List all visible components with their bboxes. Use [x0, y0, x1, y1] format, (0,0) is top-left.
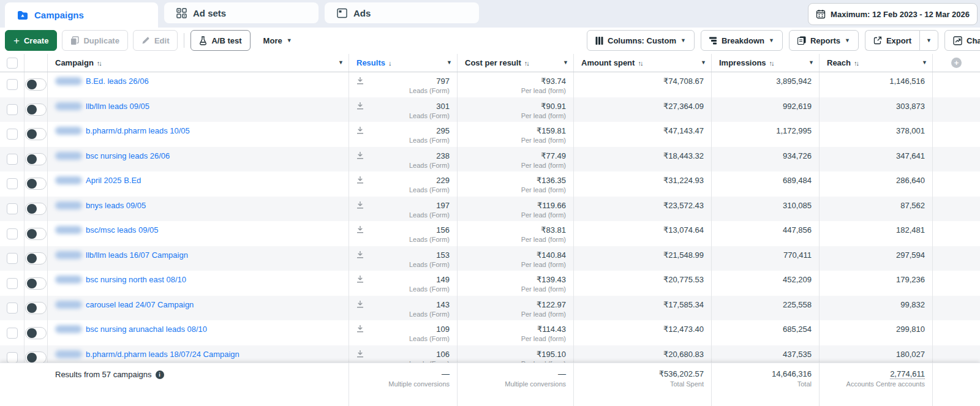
campaign-link[interactable]: B.Ed. leads 26/06 — [86, 77, 149, 86]
campaign-link[interactable]: bsc nursing north east 08/10 — [86, 275, 186, 284]
reach-cell: 297,594 — [820, 246, 933, 271]
select-all-checkbox[interactable] — [7, 58, 18, 69]
row-toggle-cell — [24, 320, 48, 345]
download-icon[interactable] — [356, 126, 364, 134]
row-checkbox[interactable] — [7, 129, 18, 140]
header-reach[interactable]: Reach ↑↓ ▼ — [820, 54, 933, 72]
chevron-down-icon: ▼ — [845, 38, 850, 43]
tab-ads[interactable]: Ads — [325, 2, 479, 23]
header-campaign[interactable]: Campaign ↑↓ ▼ — [48, 54, 349, 72]
download-icon[interactable] — [356, 250, 364, 258]
download-icon[interactable] — [356, 77, 364, 85]
campaign-toggle[interactable] — [25, 228, 47, 240]
download-icon[interactable] — [356, 275, 364, 283]
row-toggle-cell — [24, 271, 48, 296]
date-range-picker[interactable]: Maximum: 12 Feb 2023 - 12 Mar 2026 — [808, 3, 978, 25]
chevron-down-icon[interactable]: ▼ — [922, 60, 927, 66]
add-column-header: + — [933, 54, 980, 72]
row-checkbox[interactable] — [7, 278, 18, 289]
totals-extra-cell — [933, 363, 980, 406]
extra-cell — [933, 122, 980, 147]
download-icon[interactable] — [356, 325, 364, 333]
campaign-link[interactable]: bnys leads 09/05 — [86, 201, 146, 210]
campaign-toggle[interactable] — [25, 327, 47, 339]
campaign-link[interactable]: b.pharm/d.pharm leads 18/07/24 Campaign — [86, 350, 239, 359]
ab-test-button[interactable]: A/B test — [190, 30, 250, 51]
reports-icon — [797, 36, 806, 45]
campaign-link[interactable]: bsc/msc leads 09/05 — [86, 225, 159, 235]
impressions-value: 992,619 — [719, 101, 812, 111]
chevron-down-icon[interactable]: ▼ — [701, 60, 706, 66]
tab-ad-sets[interactable]: Ad sets — [164, 2, 318, 23]
reach-cell: 1,146,516 — [820, 72, 933, 97]
row-checkbox[interactable] — [7, 79, 18, 90]
duplicate-button[interactable]: Duplicate — [62, 30, 128, 51]
row-checkbox[interactable] — [7, 228, 18, 239]
row-checkbox[interactable] — [7, 303, 18, 314]
chevron-down-icon[interactable]: ▼ — [563, 60, 568, 66]
edit-button[interactable]: Edit — [133, 30, 178, 51]
tab-campaigns[interactable]: Campaigns — [5, 2, 158, 28]
info-icon[interactable]: i — [156, 370, 164, 379]
row-toggle-cell — [24, 72, 48, 97]
charts-button[interactable]: Charts — [944, 30, 980, 51]
campaign-toggle[interactable] — [25, 203, 47, 215]
download-icon[interactable] — [356, 201, 364, 209]
campaign-toggle[interactable] — [25, 252, 47, 265]
download-icon[interactable] — [356, 102, 364, 110]
download-icon[interactable] — [356, 300, 364, 308]
chevron-down-icon[interactable]: ▼ — [809, 60, 814, 66]
reports-button[interactable]: Reports ▼ — [789, 30, 859, 51]
campaign-link[interactable]: b.pharm/d.pharm leads 10/05 — [86, 126, 190, 135]
impressions-cell: 452,209 — [712, 271, 820, 296]
export-options-caret[interactable]: ▼ — [919, 30, 938, 51]
breakdown-button[interactable]: Breakdown ▼ — [701, 30, 783, 51]
campaign-toggle[interactable] — [25, 128, 47, 140]
campaign-toggle[interactable] — [25, 351, 47, 363]
campaign-link[interactable]: llb/llm leads 09/05 — [86, 102, 149, 111]
campaign-link[interactable]: carousel lead 24/07 Campaign — [86, 300, 194, 309]
campaign-link[interactable]: bsc nursing leads 26/06 — [86, 151, 170, 160]
row-checkbox[interactable] — [7, 154, 18, 165]
row-checkbox[interactable] — [7, 352, 18, 363]
row-toggle-cell — [24, 122, 48, 147]
sort-icon: ↑↓ — [524, 59, 529, 67]
chevron-down-icon[interactable]: ▼ — [447, 60, 452, 66]
cost-value: ₹140.84 — [537, 250, 566, 260]
reach-total-value[interactable]: 2,774,611 — [827, 369, 925, 379]
chevron-down-icon[interactable]: ▼ — [338, 60, 344, 66]
campaign-toggle[interactable] — [25, 302, 47, 314]
campaign-link[interactable]: bsc nursing arunachal leads 08/10 — [86, 325, 207, 334]
row-checkbox[interactable] — [7, 178, 18, 189]
campaign-link[interactable]: llb/llm leads 16/07 Campaign — [86, 250, 188, 260]
results-sublabel: Leads (Form) — [409, 211, 450, 220]
row-checkbox[interactable] — [7, 104, 18, 115]
amount-spent-cell: ₹27,364.09 — [574, 97, 712, 122]
campaign-toggle[interactable] — [25, 178, 47, 190]
campaign-toggle[interactable] — [25, 153, 47, 165]
download-icon[interactable] — [356, 225, 364, 233]
export-button[interactable]: Export — [865, 30, 919, 51]
row-checkbox[interactable] — [7, 253, 18, 264]
impressions-cell: 310,085 — [712, 197, 820, 222]
create-button[interactable]: + Create — [5, 30, 57, 51]
row-checkbox[interactable] — [7, 328, 18, 339]
header-results[interactable]: Results ↓ ▼ — [349, 54, 458, 72]
header-amount-spent[interactable]: Amount spent ↑↓ ▼ — [574, 54, 712, 72]
more-button[interactable]: More ▼ — [255, 30, 300, 51]
add-column-icon[interactable]: + — [951, 58, 962, 68]
header-cost-per-result[interactable]: Cost per result ↑↓ ▼ — [458, 54, 574, 72]
ad-sets-grid-icon — [176, 8, 187, 18]
campaign-link[interactable]: April 2025 B.Ed — [86, 176, 141, 185]
campaign-toggle[interactable] — [25, 103, 47, 116]
download-icon[interactable] — [356, 151, 364, 159]
columns-button[interactable]: Columns: Custom ▼ — [587, 30, 695, 51]
campaign-toggle[interactable] — [25, 78, 47, 91]
redacted-prefix — [55, 77, 82, 85]
row-checkbox[interactable] — [7, 203, 18, 214]
header-impressions[interactable]: Impressions ↑↓ ▼ — [712, 54, 820, 72]
download-icon[interactable] — [356, 350, 364, 358]
campaign-toggle[interactable] — [25, 277, 47, 290]
impressions-value: 934,726 — [719, 151, 812, 161]
download-icon[interactable] — [356, 176, 364, 184]
